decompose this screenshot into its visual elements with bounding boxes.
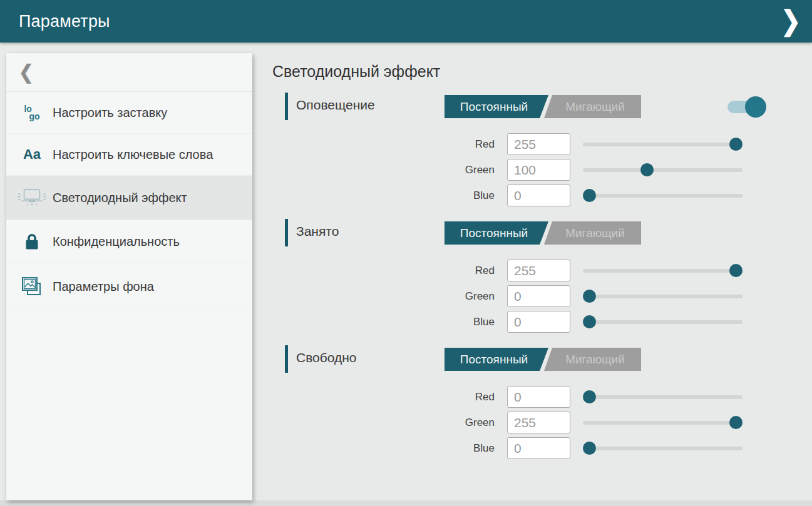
channel-slider[interactable] [583, 133, 743, 155]
slider-thumb[interactable] [583, 290, 596, 303]
slider-thumb[interactable] [583, 189, 596, 202]
channel-row-green: Green [272, 285, 773, 307]
sidebar-item-label: Светодиодный эффект [53, 190, 187, 206]
slider-thumb[interactable] [729, 416, 743, 429]
page-title: Параметры [19, 12, 110, 31]
slider-thumb[interactable] [729, 264, 743, 277]
channel-value-input[interactable] [507, 260, 570, 281]
channel-value-input[interactable] [507, 285, 570, 307]
channel-value-input[interactable] [507, 412, 570, 433]
mode-blinking-button[interactable]: Мигающий [544, 348, 641, 371]
slider-thumb[interactable] [729, 138, 743, 151]
led-monitor-icon [18, 188, 46, 207]
slider-track[interactable] [583, 168, 743, 172]
mode-blinking-button[interactable]: Мигающий [544, 95, 641, 118]
mode-blinking-button[interactable]: Мигающий [544, 221, 641, 245]
section-free: Свободно Постоянный Мигающий Red Green [272, 345, 773, 373]
app-header: Параметры ❯ [0, 0, 812, 43]
slider-track[interactable] [583, 295, 743, 298]
mode-constant-button[interactable]: Постоянный [445, 221, 548, 245]
section-accent-bar [285, 93, 288, 120]
channel-value-input[interactable] [507, 311, 570, 333]
sidebar-item-privacy[interactable]: Конфиденциальность [6, 220, 252, 263]
channel-row-blue: Blue [272, 437, 773, 459]
channel-slider[interactable] [583, 437, 743, 459]
channel-row-red: Red [272, 133, 773, 155]
mode-constant-button[interactable]: Постоянный [445, 348, 548, 371]
channel-value-input[interactable] [507, 133, 570, 155]
channel-slider[interactable] [583, 159, 743, 181]
channel-slider[interactable] [583, 311, 743, 333]
channel-slider[interactable] [583, 285, 743, 307]
section-notification: Оповещение Постоянный Мигающий Red Green [272, 93, 773, 120]
slider-track[interactable] [583, 395, 743, 399]
background-images-icon [18, 276, 46, 297]
content-title: Светодиодный эффект [272, 63, 440, 81]
bottom-edge [0, 500, 812, 506]
slider-thumb[interactable] [640, 163, 654, 176]
sidebar-back-button[interactable]: ❮ [6, 53, 252, 92]
channel-value-input[interactable] [507, 159, 570, 181]
section-title: Оповещение [296, 98, 375, 113]
channel-value-input[interactable] [507, 386, 570, 408]
channel-value-input[interactable] [507, 437, 570, 459]
slider-track[interactable] [583, 421, 743, 425]
channel-slider[interactable] [583, 260, 743, 281]
channel-slider[interactable] [583, 386, 743, 408]
sidebar-item-screensaver[interactable]: logo Настроить заставку [6, 92, 252, 134]
section-accent-bar [285, 345, 288, 373]
mode-segmented-control: Постоянный Мигающий [445, 348, 641, 371]
section-title: Свободно [296, 350, 357, 365]
channel-label: Red [445, 138, 495, 151]
sidebar-item-label: Параметры фона [53, 278, 154, 295]
mode-segmented-control: Постоянный Мигающий [445, 221, 641, 245]
slider-thumb[interactable] [583, 315, 596, 328]
slider-track[interactable] [583, 194, 743, 198]
slider-track[interactable] [583, 269, 743, 273]
sidebar-item-label: Настроить ключевые слова [53, 146, 213, 163]
slider-track[interactable] [583, 447, 743, 450]
slider-thumb[interactable] [583, 442, 596, 455]
channel-slider[interactable] [583, 185, 743, 206]
sidebar-item-keywords[interactable]: Aa Настроить ключевые слова [6, 134, 252, 176]
slider-track[interactable] [583, 143, 743, 146]
channel-row-red: Red [272, 386, 773, 408]
channel-label: Green [445, 164, 495, 176]
section-busy: Занято Постоянный Мигающий Red Green [272, 219, 773, 246]
channel-row-green: Green [272, 159, 773, 181]
mode-segmented-control: Постоянный Мигающий [445, 95, 641, 118]
channel-label: Red [445, 265, 495, 277]
channel-row-blue: Blue [272, 311, 773, 333]
chevron-left-icon: ❮ [19, 61, 33, 83]
text-aa-icon: Aa [18, 146, 46, 163]
slider-track[interactable] [583, 320, 743, 324]
channel-label: Red [445, 391, 495, 403]
lock-icon [18, 233, 46, 250]
enable-toggle[interactable] [727, 96, 766, 118]
logo-icon: logo [18, 105, 46, 120]
sidebar-item-label: Настроить заставку [53, 104, 167, 121]
sidebar-item-background[interactable]: Параметры фона [6, 263, 252, 310]
toggle-thumb [745, 96, 766, 118]
channel-row-green: Green [272, 412, 773, 433]
settings-screen: Параметры ❯ ❮ logo Настроить заставку Aa… [0, 0, 812, 506]
slider-thumb[interactable] [583, 390, 596, 403]
channel-label: Blue [445, 442, 495, 455]
settings-sidebar: ❮ logo Настроить заставку Aa Настроить к… [6, 53, 252, 500]
mode-constant-button[interactable]: Постоянный [445, 95, 548, 118]
channel-label: Green [445, 290, 495, 303]
channel-row-red: Red [272, 260, 773, 281]
channel-value-input[interactable] [507, 185, 570, 206]
channel-slider[interactable] [583, 412, 743, 433]
section-title: Занято [296, 224, 339, 239]
chevron-right-icon[interactable]: ❯ [781, 3, 801, 39]
channel-label: Blue [445, 316, 495, 328]
channel-row-blue: Blue [272, 185, 773, 206]
channel-label: Blue [445, 190, 495, 202]
section-accent-bar [285, 219, 288, 246]
sidebar-item-led-effect[interactable]: Светодиодный эффект [6, 176, 252, 220]
sidebar-item-label: Конфиденциальность [53, 233, 180, 250]
channel-label: Green [445, 417, 495, 429]
